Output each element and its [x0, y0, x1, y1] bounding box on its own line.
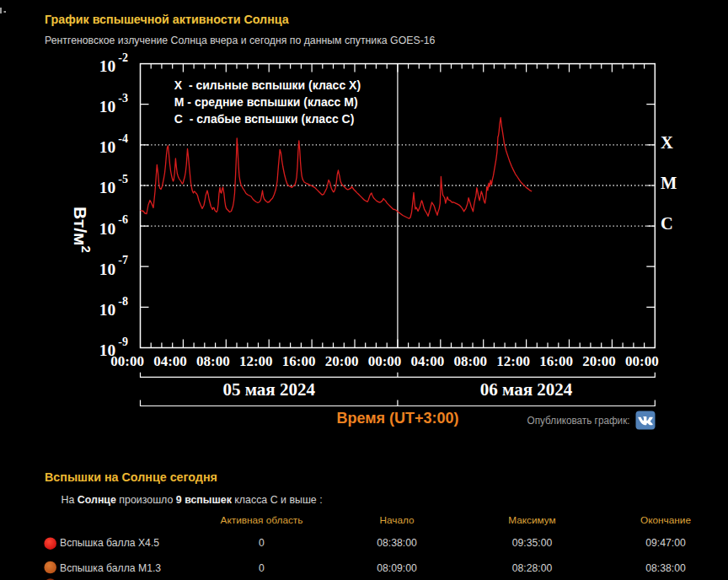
svg-text:-9: -9	[118, 336, 128, 348]
svg-text:08:28:00: 08:28:00	[512, 562, 553, 574]
svg-text:10: 10	[99, 301, 116, 319]
svg-text:12:00: 12:00	[239, 353, 273, 369]
svg-text:-2: -2	[118, 51, 128, 64]
svg-text:08:00: 08:00	[453, 353, 487, 369]
svg-text:-8: -8	[118, 295, 128, 308]
svg-text:X - сильные вспышки (класс X): X - сильные вспышки (класс X)	[174, 78, 361, 92]
svg-text:График вспышечной активности С: График вспышечной активности Солнца	[45, 13, 290, 26]
svg-text:-6: -6	[118, 213, 128, 226]
svg-text:Вспышка балла M1.3: Вспышка балла M1.3	[60, 562, 161, 574]
svg-text:09:47:00: 09:47:00	[645, 537, 686, 549]
svg-text:0: 0	[259, 537, 265, 549]
svg-text:0: 0	[259, 562, 265, 574]
svg-text:Вспышки на Солнце сегодня: Вспышки на Солнце сегодня	[45, 470, 217, 484]
svg-text:00:00: 00:00	[110, 353, 144, 369]
svg-text:08:09:00: 08:09:00	[377, 562, 417, 574]
svg-text:10: 10	[99, 138, 116, 156]
svg-text:04:00: 04:00	[153, 353, 187, 369]
svg-text:06 мая 2024: 06 мая 2024	[480, 379, 573, 400]
svg-text:10: 10	[99, 220, 116, 238]
svg-text:10: 10	[99, 260, 116, 278]
svg-text:Окончание: Окончание	[640, 514, 691, 526]
svg-text:X: X	[661, 133, 673, 152]
svg-text:20:00: 20:00	[325, 353, 359, 369]
svg-text:04:00: 04:00	[411, 353, 445, 369]
svg-text:05 мая 2024: 05 мая 2024	[222, 379, 315, 400]
svg-text:00:00: 00:00	[625, 353, 659, 369]
svg-text:10: 10	[99, 179, 116, 196]
svg-text:C - слабые вспышки (класс C): C - слабые вспышки (класс C)	[174, 112, 355, 126]
svg-text:Опубликовать график:: Опубликовать график:	[527, 415, 630, 427]
svg-text:Рентгеновское излучение Солнца: Рентгеновское излучение Солнца вчера и с…	[45, 35, 436, 46]
svg-text:Активная область: Активная область	[221, 514, 303, 526]
svg-text:00:00: 00:00	[368, 353, 402, 369]
svg-text:На Солнце произошло 9 вспышек: На Солнце произошло 9 вспышек класса C и…	[62, 494, 323, 506]
svg-text:08:38:00: 08:38:00	[377, 537, 417, 549]
svg-text:-4: -4	[118, 132, 128, 145]
svg-text:-3: -3	[118, 92, 128, 105]
svg-text:16:00: 16:00	[282, 353, 316, 369]
svg-text:-5: -5	[118, 173, 128, 185]
svg-text:-7: -7	[118, 254, 128, 266]
svg-text:C: C	[661, 214, 673, 233]
svg-text:20:00: 20:00	[582, 353, 616, 369]
svg-text:08:00: 08:00	[196, 353, 230, 369]
svg-text:10: 10	[99, 98, 116, 115]
svg-text:08:38:00: 08:38:00	[645, 562, 686, 574]
svg-text:Максимум: Максимум	[508, 514, 555, 526]
svg-text:Время (UT+3:00): Время (UT+3:00)	[336, 410, 458, 427]
svg-text:Вспышка балла X4.5: Вспышка балла X4.5	[60, 537, 159, 549]
svg-text:16:00: 16:00	[539, 353, 573, 369]
svg-text:M - средние вспышки (класс M): M - средние вспышки (класс M)	[174, 95, 358, 109]
svg-text:Начало: Начало	[379, 514, 415, 526]
svg-text:12:00: 12:00	[496, 353, 530, 369]
svg-text:M: M	[661, 174, 677, 192]
svg-text:10: 10	[99, 57, 116, 75]
svg-text:09:35:00: 09:35:00	[512, 537, 553, 549]
